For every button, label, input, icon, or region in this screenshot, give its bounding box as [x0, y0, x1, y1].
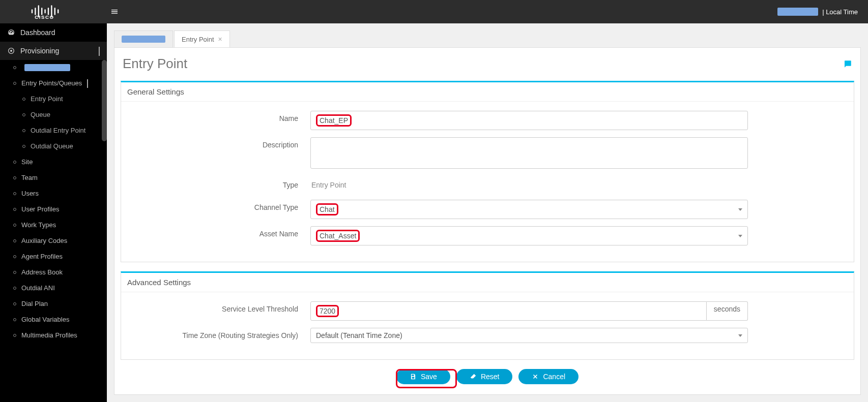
sidebar-sub-queue[interactable]: Queue — [0, 107, 107, 122]
bullet-icon — [13, 255, 16, 258]
svg-text:CISCO: CISCO — [35, 14, 54, 20]
sidebar-sub-outdial-ani[interactable]: Outdial ANI — [0, 280, 107, 296]
svg-rect-0 — [32, 9, 33, 13]
sidebar-label: Dial Plan — [21, 300, 48, 307]
type-label: Type — [127, 177, 310, 189]
sidebar-sub-entry-point[interactable]: Entry Point — [0, 91, 107, 107]
close-icon[interactable]: × — [218, 35, 222, 43]
button-label: Save — [421, 373, 437, 381]
slt-input[interactable]: 7200 — [310, 301, 707, 321]
bullet-icon — [13, 271, 16, 274]
slt-unit: seconds — [707, 301, 748, 321]
save-icon — [410, 373, 417, 380]
svg-rect-4 — [44, 9, 45, 13]
sidebar-label: Outdial Queue — [31, 142, 73, 150]
bullet-icon — [13, 287, 16, 290]
sidebar-item-provisioning[interactable]: Provisioning — [0, 42, 107, 60]
sidebar-sub-site[interactable]: Site — [0, 154, 107, 170]
redacted-chip — [24, 64, 70, 71]
svg-rect-5 — [48, 8, 49, 15]
sidebar-label: Provisioning — [20, 47, 59, 55]
asset-name-label: Asset Name — [127, 226, 310, 238]
tz-label: Time Zone (Routing Strategies Only) — [127, 328, 310, 339]
timezone-select[interactable]: Default (Tenant Time Zone) — [310, 328, 748, 343]
sidebar-item-dashboard[interactable]: Dashboard — [0, 23, 107, 42]
sidebar-sub-address-book[interactable]: Address Book — [0, 264, 107, 280]
panel-heading: General Settings — [121, 82, 854, 102]
sidebar: Dashboard Provisioning Entry Points/Queu… — [0, 23, 107, 402]
sidebar-label: Work Types — [21, 221, 56, 229]
bullet-icon — [13, 82, 16, 85]
panel-heading: Advanced Settings — [121, 273, 854, 292]
svg-rect-8 — [57, 9, 59, 13]
button-row: Save Reset Cancel — [114, 369, 860, 384]
bullet-icon — [13, 208, 16, 211]
content-pane: Entry Point General Settings Name Chat_E… — [114, 47, 861, 395]
bullet-icon — [13, 318, 16, 321]
close-icon — [532, 373, 539, 380]
sidebar-label: Users — [21, 190, 39, 197]
sidebar-label: Entry Point — [31, 95, 63, 103]
tab-redacted[interactable] — [114, 30, 173, 47]
slt-label: Service Level Threshold — [127, 301, 310, 313]
sidebar-label: Multimedia Profiles — [21, 331, 77, 339]
tab-label: Entry Point — [182, 36, 214, 43]
sidebar-sub-agent-profiles[interactable]: Agent Profiles — [0, 249, 107, 264]
bullet-icon — [13, 66, 16, 69]
sidebar-label: Outdial ANI — [21, 284, 55, 292]
highlighted-value: Chat_Asset — [316, 230, 360, 242]
bullet-icon — [13, 224, 16, 227]
cancel-button[interactable]: Cancel — [518, 369, 578, 384]
name-label: Name — [127, 111, 310, 122]
sidebar-label: Team — [21, 174, 38, 181]
sidebar-sub-dial-plan[interactable]: Dial Plan — [0, 296, 107, 312]
bullet-icon — [22, 113, 25, 116]
sidebar-label: Auxiliary Codes — [21, 237, 67, 244]
description-textarea[interactable] — [310, 137, 748, 169]
sidebar-sub-users[interactable]: Users — [0, 185, 107, 201]
description-label: Description — [127, 137, 310, 149]
advanced-settings-panel: Advanced Settings Service Level Threshol… — [121, 271, 854, 360]
sidebar-sub-entry-points-queues[interactable]: Entry Points/Queues — [0, 75, 107, 91]
svg-rect-3 — [41, 8, 42, 15]
sidebar-sub-auxiliary-codes[interactable]: Auxiliary Codes — [0, 233, 107, 249]
general-settings-panel: General Settings Name Chat_EP Descriptio… — [121, 81, 854, 262]
sidebar-label: Address Book — [21, 268, 63, 276]
sidebar-label: Entry Points/Queues — [21, 79, 82, 87]
sidebar-sub-work-types[interactable]: Work Types — [0, 217, 107, 233]
sidebar-scroll[interactable]: Entry Points/Queues Entry PointQueueOutd… — [0, 60, 107, 402]
bullet-icon — [13, 192, 16, 195]
bullet-icon — [22, 98, 25, 101]
chevron-down-icon — [99, 47, 100, 56]
save-button[interactable]: Save — [396, 369, 450, 384]
svg-point-10 — [10, 50, 12, 52]
dashboard-icon — [7, 28, 15, 37]
sidebar-label: Queue — [31, 111, 50, 118]
sidebar-sub-multimedia-profiles[interactable]: Multimedia Profiles — [0, 327, 107, 343]
help-icon[interactable] — [843, 59, 852, 69]
bullet-icon — [13, 161, 16, 164]
name-input[interactable]: Chat_EP — [310, 111, 748, 130]
sidebar-sub-redacted[interactable] — [0, 60, 107, 75]
sidebar-scrollbar[interactable] — [102, 60, 107, 141]
local-time-label: | Local Time — [822, 8, 858, 16]
hamburger-icon[interactable] — [107, 8, 122, 16]
channel-type-select[interactable]: Chat — [310, 200, 748, 219]
sidebar-sub-user-profiles[interactable]: User Profiles — [0, 201, 107, 217]
top-bar: CISCO | Local Time — [0, 0, 868, 23]
svg-rect-7 — [54, 8, 55, 15]
tab-entry-point[interactable]: Entry Point × — [174, 30, 230, 47]
sidebar-sub-global-variables[interactable]: Global Variables — [0, 312, 107, 327]
reset-button[interactable]: Reset — [456, 369, 513, 384]
svg-rect-1 — [35, 8, 36, 15]
bullet-icon — [13, 334, 16, 337]
bullet-icon — [13, 176, 16, 179]
button-label: Reset — [481, 373, 500, 381]
timezone-value: Default (Tenant Time Zone) — [316, 331, 402, 339]
sidebar-sub-outdial-queue[interactable]: Outdial Queue — [0, 138, 107, 154]
sidebar-label: Site — [21, 158, 33, 166]
asset-name-select[interactable]: Chat_Asset — [310, 226, 748, 245]
sidebar-sub-team[interactable]: Team — [0, 170, 107, 185]
provisioning-icon — [7, 47, 15, 55]
sidebar-sub-outdial-entry-point[interactable]: Outdial Entry Point — [0, 122, 107, 138]
